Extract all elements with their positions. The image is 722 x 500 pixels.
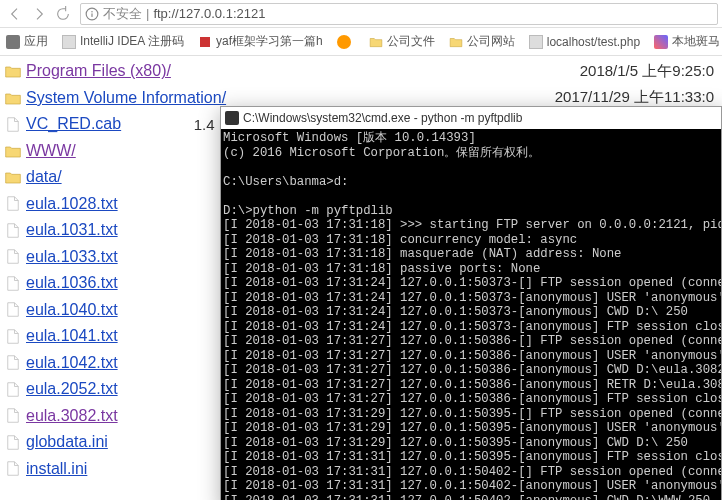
file-icon xyxy=(0,329,26,344)
terminal-line: (c) 2016 Microsoft Corporation。保留所有权利。 xyxy=(223,146,719,161)
file-icon xyxy=(0,408,26,423)
terminal-line: [I 2018-01-03 17:31:31] 127.0.0.1:50402-… xyxy=(223,494,719,501)
bookmark-label: 本地斑马 xyxy=(672,33,720,50)
file-link[interactable]: WWW/ xyxy=(26,142,76,160)
file-link[interactable]: eula.1041.txt xyxy=(26,327,118,345)
terminal-line: [I 2018-01-03 17:31:31] 127.0.0.1:50402-… xyxy=(223,465,719,480)
file-icon xyxy=(0,196,26,211)
file-link[interactable]: eula.1042.txt xyxy=(26,354,118,372)
insecure-label: 不安全 xyxy=(103,5,142,23)
svg-rect-2 xyxy=(91,13,92,17)
terminal-line: D:\>python -m pyftpdlib xyxy=(223,204,719,219)
favicon xyxy=(337,35,351,49)
file-icon xyxy=(0,302,26,317)
terminal-line: [I 2018-01-03 17:31:24] 127.0.0.1:50373-… xyxy=(223,291,719,306)
bookmarks-bar: 应用IntelliJ IDEA 注册码yaf框架学习第一篇h公司文件公司网站lo… xyxy=(0,28,722,56)
terminal-line: [I 2018-01-03 17:31:27] 127.0.0.1:50386-… xyxy=(223,363,719,378)
terminal-line: [I 2018-01-03 17:31:27] 127.0.0.1:50386-… xyxy=(223,392,719,407)
terminal-line xyxy=(223,189,719,204)
bookmark-label: 公司网站 xyxy=(467,33,515,50)
cmd-body[interactable]: Microsoft Windows [版本 10.0.14393](c) 201… xyxy=(221,129,721,500)
file-link[interactable]: eula.1031.txt xyxy=(26,221,118,239)
terminal-line: [I 2018-01-03 17:31:31] 127.0.0.1:50402-… xyxy=(223,479,719,494)
directory-row: Program Files (x80)/2018/1/5 上午9:25:0 xyxy=(0,58,722,85)
svg-point-1 xyxy=(91,10,93,12)
file-link[interactable]: VC_RED.cab xyxy=(26,115,121,133)
terminal-line: [I 2018-01-03 17:31:18] concurrency mode… xyxy=(223,233,719,248)
favicon xyxy=(369,35,383,49)
file-icon xyxy=(0,276,26,291)
favicon xyxy=(654,35,668,49)
file-date: 2018/1/5 上午9:25:0 xyxy=(171,62,722,81)
terminal-line: [I 2018-01-03 17:31:27] 127.0.0.1:50386-… xyxy=(223,378,719,393)
file-icon xyxy=(0,382,26,397)
cmd-window[interactable]: C:\Windows\system32\cmd.exe - python -m … xyxy=(220,106,722,500)
bookmark-item[interactable]: 应用 xyxy=(6,33,48,50)
file-link[interactable]: System Volume Information/ xyxy=(26,89,226,107)
terminal-line: C:\Users\banma>d: xyxy=(223,175,719,190)
terminal-line: [I 2018-01-03 17:31:18] passive ports: N… xyxy=(223,262,719,277)
file-date: 2017/11/29 上午11:33:0 xyxy=(226,88,722,107)
terminal-line: [I 2018-01-03 17:31:24] 127.0.0.1:50373-… xyxy=(223,305,719,320)
terminal-line: [I 2018-01-03 17:31:27] 127.0.0.1:50386-… xyxy=(223,349,719,364)
terminal-line: [I 2018-01-03 17:31:24] 127.0.0.1:50373-… xyxy=(223,276,719,291)
reload-button[interactable] xyxy=(52,3,74,25)
back-button[interactable] xyxy=(4,3,26,25)
bookmark-item[interactable]: yaf框架学习第一篇h xyxy=(198,33,323,50)
file-link[interactable]: eula.3082.txt xyxy=(26,407,118,425)
file-link[interactable]: eula.1033.txt xyxy=(26,248,118,266)
terminal-line: [I 2018-01-03 17:31:31] 127.0.0.1:50395-… xyxy=(223,450,719,465)
cmd-titlebar[interactable]: C:\Windows\system32\cmd.exe - python -m … xyxy=(221,107,721,129)
terminal-line: [I 2018-01-03 17:31:29] 127.0.0.1:50395-… xyxy=(223,407,719,422)
file-link[interactable]: globdata.ini xyxy=(26,433,108,451)
bookmark-label: 公司文件 xyxy=(387,33,435,50)
bookmark-item[interactable]: 公司网站 xyxy=(449,33,515,50)
browser-toolbar: 不安全 | ftp://127.0.0.1:2121 xyxy=(0,0,722,28)
file-icon xyxy=(0,435,26,450)
file-link[interactable]: eula.1040.txt xyxy=(26,301,118,319)
file-link[interactable]: install.ini xyxy=(26,460,87,478)
bookmark-label: 应用 xyxy=(24,33,48,50)
folder-icon xyxy=(0,144,26,158)
file-icon xyxy=(0,223,26,238)
bookmark-item[interactable]: 本地斑马 xyxy=(654,33,720,50)
terminal-line: Microsoft Windows [版本 10.0.14393] xyxy=(223,131,719,146)
file-icon xyxy=(0,355,26,370)
bookmark-item[interactable]: 公司文件 xyxy=(369,33,435,50)
address-bar[interactable]: 不安全 | ftp://127.0.0.1:2121 xyxy=(80,3,718,25)
url-text: ftp://127.0.0.1:2121 xyxy=(153,6,265,21)
bookmark-item[interactable]: IntelliJ IDEA 注册码 xyxy=(62,33,184,50)
file-link[interactable]: eula.2052.txt xyxy=(26,380,118,398)
bookmark-label: IntelliJ IDEA 注册码 xyxy=(80,33,184,50)
terminal-line: [I 2018-01-03 17:31:27] 127.0.0.1:50386-… xyxy=(223,334,719,349)
file-link[interactable]: data/ xyxy=(26,168,62,186)
forward-button[interactable] xyxy=(28,3,50,25)
file-link[interactable]: eula.1028.txt xyxy=(26,195,118,213)
file-icon xyxy=(0,117,26,132)
bookmark-label: yaf框架学习第一篇h xyxy=(216,33,323,50)
terminal-line: [I 2018-01-03 17:31:24] 127.0.0.1:50373-… xyxy=(223,320,719,335)
bookmark-item[interactable]: localhost/test.php xyxy=(529,35,640,49)
favicon xyxy=(198,35,212,49)
cmd-title-text: C:\Windows\system32\cmd.exe - python -m … xyxy=(243,111,522,125)
favicon xyxy=(6,35,20,49)
folder-icon xyxy=(0,170,26,184)
folder-icon xyxy=(0,91,26,105)
file-icon xyxy=(0,249,26,264)
terminal-line: [I 2018-01-03 17:31:29] 127.0.0.1:50395-… xyxy=(223,436,719,451)
favicon xyxy=(529,35,543,49)
terminal-line: [I 2018-01-03 17:31:18] masquerade (NAT)… xyxy=(223,247,719,262)
bookmark-label: localhost/test.php xyxy=(547,35,640,49)
terminal-line xyxy=(223,160,719,175)
folder-icon xyxy=(0,64,26,78)
bookmark-item[interactable] xyxy=(337,35,355,49)
file-link[interactable]: eula.1036.txt xyxy=(26,274,118,292)
file-icon xyxy=(0,461,26,476)
cmd-icon xyxy=(225,111,239,125)
info-icon xyxy=(85,7,99,21)
file-link[interactable]: Program Files (x80)/ xyxy=(26,62,171,80)
favicon xyxy=(62,35,76,49)
terminal-line: [I 2018-01-03 17:31:18] >>> starting FTP… xyxy=(223,218,719,233)
favicon xyxy=(449,35,463,49)
terminal-line: [I 2018-01-03 17:31:29] 127.0.0.1:50395-… xyxy=(223,421,719,436)
